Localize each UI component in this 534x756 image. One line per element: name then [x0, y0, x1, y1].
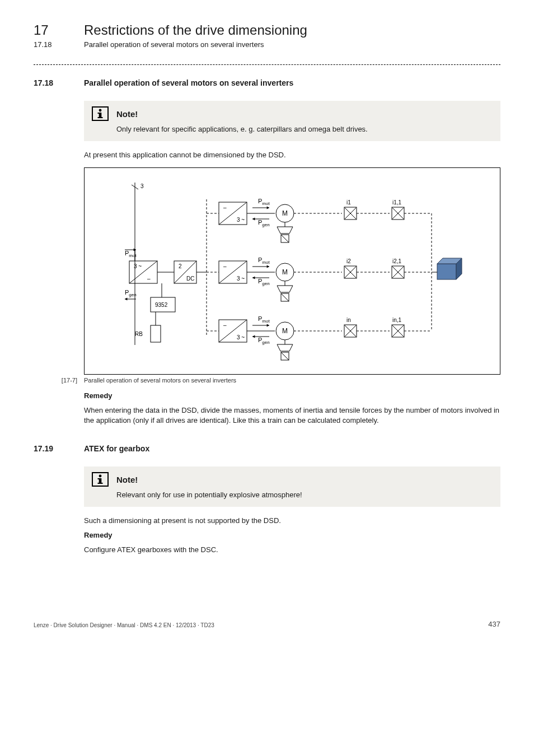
- svg-rect-4: [98, 117, 103, 118]
- remedy-heading: Remedy: [84, 391, 500, 400]
- svg-text:3 ~: 3 ~: [237, 334, 245, 340]
- svg-text:i2: i2: [346, 258, 351, 264]
- svg-text:Pgen: Pgen: [258, 278, 270, 286]
- svg-text:9352: 9352: [155, 302, 168, 308]
- remedy-body: When entering the data in the DSD, divid…: [84, 405, 500, 425]
- figure-tag: [17-7]: [45, 377, 77, 384]
- figure-caption: Parallel operation of several motors on …: [84, 377, 236, 384]
- body-paragraph: Such a dimensioning at present is not su…: [84, 516, 500, 526]
- svg-point-1: [99, 109, 102, 112]
- svg-rect-105: [437, 264, 456, 279]
- section-number: 17.19: [34, 444, 67, 453]
- svg-rect-3: [98, 113, 100, 114]
- note-body: Only relevant for specific applications,…: [84, 124, 500, 141]
- svg-text:Pmot: Pmot: [258, 315, 270, 324]
- svg-line-96: [281, 352, 289, 360]
- note-label: Note!: [116, 109, 138, 119]
- svg-text:i2,1: i2,1: [392, 258, 402, 264]
- svg-text:DC: DC: [186, 276, 194, 282]
- svg-text:M: M: [282, 327, 288, 335]
- body-paragraph: At present this application cannot be di…: [84, 150, 500, 160]
- svg-text:M: M: [282, 268, 288, 276]
- section-title: Parallel operation of several motors on …: [84, 78, 293, 87]
- footer-text: Lenze · Drive Solution Designer · Manual…: [34, 622, 214, 628]
- svg-point-110: [99, 475, 102, 478]
- svg-text:Pmot: Pmot: [258, 198, 270, 206]
- note-label: Note!: [116, 475, 138, 484]
- svg-text:3: 3: [140, 183, 144, 189]
- svg-text:–: –: [223, 204, 227, 211]
- svg-text:2: 2: [179, 263, 182, 269]
- svg-text:Pgen: Pgen: [258, 337, 270, 345]
- svg-text:RB: RB: [135, 331, 143, 337]
- svg-text:3 ~: 3 ~: [237, 217, 245, 223]
- svg-marker-66: [252, 277, 255, 279]
- svg-text:–: –: [147, 276, 151, 282]
- svg-marker-87: [267, 324, 269, 327]
- svg-marker-39: [267, 207, 269, 209]
- svg-rect-29: [151, 325, 161, 342]
- chapter-title: Restrictions of the drive dimensioning: [84, 22, 307, 38]
- info-icon: [92, 106, 109, 121]
- svg-rect-113: [98, 483, 103, 484]
- svg-marker-90: [252, 335, 255, 338]
- svg-text:3 ~: 3 ~: [237, 276, 245, 282]
- svg-text:in,1: in,1: [392, 317, 402, 323]
- svg-marker-63: [267, 265, 269, 268]
- svg-text:M: M: [282, 209, 288, 217]
- page-number: 437: [488, 620, 500, 628]
- remedy-body: Configure ATEX gearboxes with the DSC.: [84, 545, 500, 555]
- note-box: Note! Only relevant for specific applica…: [84, 101, 500, 141]
- section-number: 17.18: [34, 78, 67, 87]
- svg-text:3 ~: 3 ~: [134, 263, 142, 269]
- chapter-number: 17: [34, 22, 67, 38]
- svg-text:–: –: [223, 322, 227, 328]
- svg-text:i1: i1: [346, 199, 351, 206]
- svg-text:in: in: [346, 317, 351, 323]
- svg-line-72: [281, 293, 289, 301]
- note-box: Note! Relevant only for use in potential…: [84, 466, 500, 507]
- section-title-header: Parallel operation of several motors on …: [84, 40, 264, 49]
- svg-rect-112: [98, 478, 100, 479]
- info-icon: [92, 472, 109, 487]
- remedy-heading: Remedy: [84, 531, 500, 539]
- section-number-header: 17.18: [34, 40, 67, 49]
- note-body: Relevant only for use in potentially exp…: [84, 490, 500, 507]
- svg-text:–: –: [223, 263, 227, 269]
- svg-marker-18: [125, 298, 127, 301]
- svg-marker-42: [252, 218, 255, 221]
- svg-line-48: [281, 235, 289, 242]
- svg-text:Pmot: Pmot: [258, 256, 270, 265]
- svg-text:Pgen: Pgen: [258, 219, 270, 227]
- dashed-divider: [34, 64, 500, 65]
- svg-text:i1,1: i1,1: [392, 199, 402, 206]
- section-title: ATEX for gearbox: [84, 444, 149, 453]
- figure-diagram: 33 ~–PmotPgen2DC9352RB–3 ~PmotPgenMi1i1,…: [84, 167, 500, 375]
